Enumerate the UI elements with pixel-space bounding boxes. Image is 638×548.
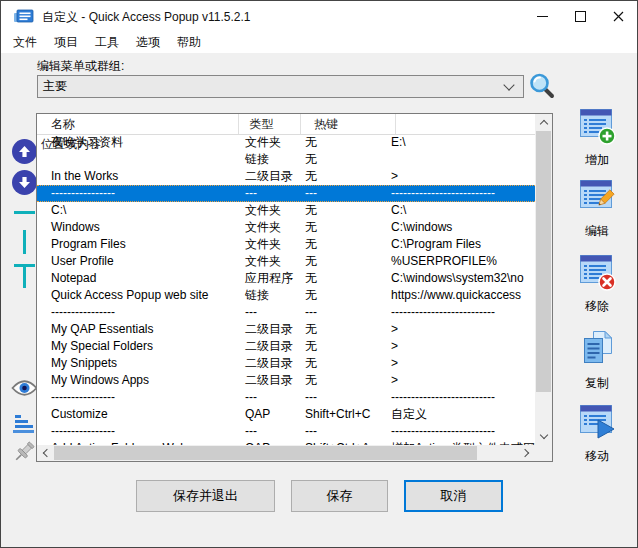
header-hotkey[interactable]: 热键	[306, 114, 396, 134]
items-listview: 名称 类型 热键 位置或内容 夜晚学习资料文件夹无E:\ 链接无 In the …	[36, 113, 553, 462]
edit-button[interactable]: 编辑	[564, 179, 630, 240]
table-body: 夜晚学习资料文件夹无E:\ 链接无 In the Works二级目录无> ---…	[37, 134, 535, 445]
scroll-right-arrow[interactable]	[518, 445, 535, 461]
arrow-up-icon	[18, 145, 31, 158]
table-row[interactable]: 链接无	[37, 151, 535, 168]
eye-icon	[11, 378, 38, 398]
menu-tools[interactable]: 工具	[90, 32, 124, 53]
table-row[interactable]: Notepad应用程序无C:\windows\system32\no	[37, 270, 535, 287]
copy-button[interactable]: 复制	[564, 329, 630, 392]
dropdown-selected-value: 主要	[38, 78, 505, 95]
remove-button[interactable]: 移除	[564, 254, 630, 315]
sort-bars-icon	[12, 415, 36, 435]
table-row[interactable]: My Snippets二级目录无>	[37, 355, 535, 372]
add-button-label: 增加	[564, 152, 630, 169]
menu-help[interactable]: 帮助	[172, 32, 206, 53]
table-row[interactable]: Windows文件夹无C:\windows	[37, 219, 535, 236]
search-button[interactable]	[528, 72, 556, 100]
window-title: 自定义 - Quick Access Popup v11.5.2.1	[42, 9, 251, 26]
menu-break-icon	[14, 264, 35, 289]
table-row[interactable]: User Profile文件夹无%USERPROFILE%	[37, 253, 535, 270]
move-icon	[576, 404, 618, 442]
copy-icon	[576, 329, 618, 369]
column-break-icon	[23, 230, 26, 254]
menu-file[interactable]: 文件	[8, 32, 42, 53]
pin-icon	[11, 439, 37, 465]
menu-bar: 文件 项目 工具 选项 帮助	[1, 32, 637, 53]
scrollbar-corner	[535, 445, 552, 461]
app-window: 自定义 - Quick Access Popup v11.5.2.1 文件 项目…	[0, 0, 638, 548]
app-icon	[14, 9, 34, 24]
table-row[interactable]: ----------------------------------------…	[37, 389, 535, 406]
table-row[interactable]: ----------------------------------------…	[37, 304, 535, 321]
add-icon	[576, 108, 618, 146]
close-button[interactable]	[599, 1, 637, 32]
table-row[interactable]: My Special Folders二级目录无>	[37, 338, 535, 355]
table-row[interactable]: 夜晚学习资料文件夹无E:\	[37, 134, 535, 151]
copy-button-label: 复制	[564, 375, 630, 392]
chevron-down-icon	[503, 79, 514, 90]
move-button-label: 移动	[564, 448, 630, 465]
table-row[interactable]: In the Works二级目录无>	[37, 168, 535, 185]
scroll-up-arrow[interactable]	[535, 114, 552, 131]
add-button[interactable]: 增加	[564, 108, 630, 169]
edit-menu-group-label: 编辑菜单或群组:	[37, 58, 124, 75]
remove-icon	[576, 254, 618, 292]
move-button[interactable]: 移动	[564, 404, 630, 465]
table-row[interactable]: My Windows Apps二级目录无>	[37, 372, 535, 389]
header-type[interactable]: 类型	[243, 114, 301, 134]
title-bar: 自定义 - Quick Access Popup v11.5.2.1	[1, 1, 637, 32]
vertical-scrollbar[interactable]	[535, 114, 552, 445]
scroll-left-arrow[interactable]	[37, 445, 54, 461]
table-header: 名称 类型 热键 位置或内容	[37, 114, 535, 135]
save-and-exit-button[interactable]: 保存并退出	[136, 480, 275, 512]
save-button[interactable]: 保存	[291, 480, 388, 512]
table-row[interactable]: Quick Access Popup web site链接无https://ww…	[37, 287, 535, 304]
menu-items[interactable]: 项目	[49, 32, 83, 53]
separator-line-icon	[14, 211, 35, 214]
close-icon	[613, 11, 624, 22]
horizontal-scrollbar[interactable]	[37, 445, 535, 461]
menu-options[interactable]: 选项	[131, 32, 165, 53]
minimize-button[interactable]	[523, 1, 561, 32]
maximize-button[interactable]	[561, 1, 599, 32]
scroll-down-arrow[interactable]	[535, 428, 552, 445]
table-row[interactable]: C:\文件夹无C:\	[37, 202, 535, 219]
cancel-button[interactable]: 取消	[404, 480, 503, 512]
edit-button-label: 编辑	[564, 223, 630, 240]
menu-group-dropdown[interactable]: 主要	[37, 75, 524, 98]
header-name[interactable]: 名称	[37, 114, 239, 134]
vertical-scrollbar-thumb[interactable]	[536, 131, 551, 392]
horizontal-scrollbar-thumb[interactable]	[54, 446, 477, 460]
table-row[interactable]: My QAP Essentials二级目录无>	[37, 321, 535, 338]
arrow-down-icon	[18, 176, 31, 189]
remove-button-label: 移除	[564, 298, 630, 315]
table-row[interactable]: Program Files文件夹无C:\Program Files	[37, 236, 535, 253]
table-row[interactable]: CustomizeQAPShift+Ctrl+C自定义	[37, 406, 535, 423]
table-row-selected[interactable]: ----------------------------------------…	[37, 185, 535, 202]
table-row[interactable]: ----------------------------------------…	[37, 423, 535, 440]
edit-icon	[576, 179, 618, 217]
search-icon	[528, 72, 556, 100]
